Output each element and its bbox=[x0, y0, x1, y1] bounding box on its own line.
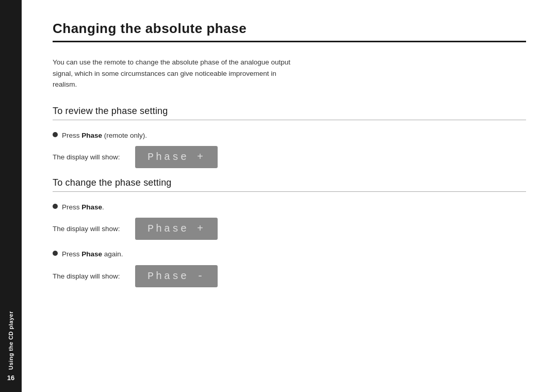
page-title: Changing the absolute phase bbox=[53, 21, 526, 42]
main-content: Changing the absolute phase You can use … bbox=[22, 0, 557, 392]
section2-display-label1: The display will show: bbox=[53, 225, 135, 233]
section2-bullet1: Press Phase. bbox=[62, 202, 104, 213]
section1-bullet1: Press Phase (remote only). bbox=[62, 130, 147, 141]
section-review: To review the phase setting Press Phase … bbox=[53, 106, 526, 168]
section2-bullet2-row: Press Phase again. bbox=[53, 249, 526, 259]
section2-lcd-display1: Phase + bbox=[135, 218, 218, 240]
section2-bullet2: Press Phase again. bbox=[62, 249, 123, 259]
section2-lcd-text2: Phase - bbox=[148, 270, 205, 282]
intro-text: You can use the remote to change the abs… bbox=[53, 57, 300, 90]
section1-lcd-display: Phase + bbox=[135, 146, 218, 168]
section2-display-label2: The display will show: bbox=[53, 272, 135, 280]
section2-display-row1: The display will show: Phase + bbox=[53, 218, 526, 240]
sidebar-label: Using the CD player bbox=[8, 311, 14, 370]
section2-display-row2: The display will show: Phase - bbox=[53, 265, 526, 287]
section1-display-row: The display will show: Phase + bbox=[53, 146, 526, 168]
section-change: To change the phase setting Press Phase.… bbox=[53, 177, 526, 287]
section1-lcd-text: Phase + bbox=[148, 151, 205, 163]
sidebar: Using the CD player 16 bbox=[0, 0, 22, 392]
bullet-dot-icon-3 bbox=[53, 251, 58, 256]
bullet-dot-icon-2 bbox=[53, 204, 58, 209]
section2-header: To change the phase setting bbox=[53, 177, 526, 192]
page-number: 16 bbox=[7, 374, 14, 382]
section2-bullet1-row: Press Phase. bbox=[53, 202, 526, 213]
section1-header: To review the phase setting bbox=[53, 106, 526, 120]
section1-display-label: The display will show: bbox=[53, 153, 135, 161]
section1-bullet1-row: Press Phase (remote only). bbox=[53, 130, 526, 141]
section2-lcd-display2: Phase - bbox=[135, 265, 218, 287]
section2-lcd-text1: Phase + bbox=[148, 223, 205, 235]
bullet-dot-icon bbox=[53, 132, 58, 137]
